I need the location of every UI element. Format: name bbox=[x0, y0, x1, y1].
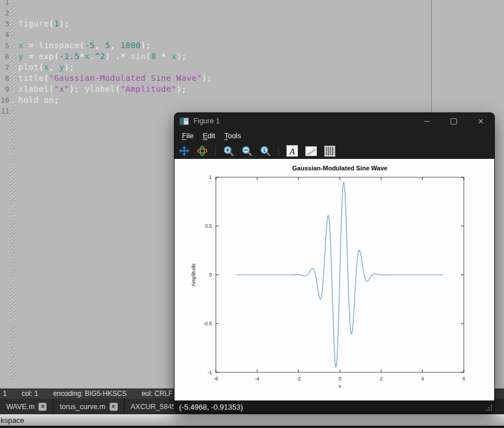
svg-text:-0.5: -0.5 bbox=[203, 321, 212, 326]
line-number: 10 bbox=[0, 95, 9, 106]
svg-text:0.5: 0.5 bbox=[205, 223, 212, 229]
figure-window-title: Figure 1 bbox=[193, 117, 220, 125]
line-number: 9 bbox=[0, 84, 9, 95]
svg-text:-4: -4 bbox=[255, 376, 259, 382]
tab-label: WAVE.m bbox=[6, 403, 34, 411]
status-line: 1 bbox=[3, 390, 7, 398]
status-col: col: 1 bbox=[22, 390, 38, 398]
line-number: 4 bbox=[0, 29, 9, 41]
editor-tab[interactable]: torus_curve.m× bbox=[53, 399, 124, 414]
svg-text:Gaussian-Modulated Sine Wave: Gaussian-Modulated Sine Wave bbox=[292, 165, 387, 172]
rotate-icon[interactable] bbox=[197, 146, 208, 156]
menu-tools[interactable]: Tools bbox=[223, 131, 243, 141]
figure-window-icon bbox=[180, 118, 189, 125]
grid-icon[interactable] bbox=[324, 146, 335, 157]
line-number: 1 bbox=[0, 0, 9, 8]
line-number: 8 bbox=[0, 73, 9, 84]
line-number: 2 bbox=[0, 7, 9, 19]
toolbar-separator bbox=[215, 146, 216, 156]
svg-text:-6: -6 bbox=[214, 376, 218, 382]
code-line: 8title("Gaussian-Modulated Sine Wave"); bbox=[0, 73, 436, 84]
workspace-strip[interactable]: kspace bbox=[0, 414, 504, 428]
axes-icon[interactable] bbox=[305, 146, 317, 156]
close-icon: ✕ bbox=[478, 117, 484, 126]
figure-titlebar[interactable]: Figure 1 ✕ bbox=[175, 113, 494, 129]
editor-tab[interactable]: WAVE.m× bbox=[0, 399, 53, 414]
status-eol: eol: CRLF bbox=[141, 390, 172, 398]
line-number: 3 bbox=[0, 18, 9, 30]
resize-grip[interactable] bbox=[485, 404, 493, 412]
gaussian-sine-plot[interactable]: -6-4-20246-1-0.500.51Gaussian-Modulated … bbox=[175, 159, 495, 400]
workspace-label: kspace bbox=[1, 416, 24, 425]
zoom-out-icon[interactable] bbox=[242, 146, 253, 157]
tab-label: torus_curve.m bbox=[60, 403, 105, 411]
svg-text:A: A bbox=[289, 147, 295, 156]
code-line: 5x = linspace(-5, 5, 1000); bbox=[0, 40, 436, 51]
code-line: 4 bbox=[0, 29, 436, 40]
line-number: 11 bbox=[0, 106, 9, 117]
tab-close-icon[interactable]: × bbox=[110, 403, 118, 411]
status-encoding: encoding: BIG5-HKSCS bbox=[53, 390, 126, 398]
tab-close-icon[interactable]: × bbox=[38, 403, 46, 411]
line-number: 7 bbox=[0, 62, 9, 73]
zoom-in-icon[interactable] bbox=[223, 146, 234, 157]
menu-edit[interactable]: Edit bbox=[201, 131, 217, 141]
svg-text:4: 4 bbox=[421, 376, 424, 382]
code-lines: 123figure(1);45x = linspace(-5, 5, 1000)… bbox=[0, 0, 436, 116]
svg-text:6: 6 bbox=[463, 376, 466, 382]
minimize-icon bbox=[424, 121, 430, 122]
figure-toolbar: 1 A bbox=[175, 143, 494, 159]
line-number: 5 bbox=[0, 40, 9, 52]
svg-text:1: 1 bbox=[209, 174, 212, 180]
minimize-button[interactable] bbox=[413, 113, 440, 129]
pan-icon[interactable] bbox=[179, 146, 189, 156]
svg-text:x: x bbox=[339, 383, 342, 389]
code-line: 7plot(x, y); bbox=[0, 62, 436, 73]
svg-text:0: 0 bbox=[209, 272, 212, 278]
plot-canvas[interactable]: -6-4-20246-1-0.500.51Gaussian-Modulated … bbox=[175, 159, 494, 400]
close-button[interactable]: ✕ bbox=[467, 113, 494, 129]
maximize-button[interactable] bbox=[440, 113, 467, 129]
code-line: 2 bbox=[0, 7, 436, 18]
menu-file[interactable]: File bbox=[180, 131, 195, 141]
svg-text:1: 1 bbox=[263, 147, 266, 153]
insert-text-icon[interactable]: A bbox=[286, 145, 298, 157]
figure-window: Figure 1 ✕ FileEditTools bbox=[174, 112, 495, 413]
zoom-original-icon[interactable]: 1 bbox=[260, 146, 271, 157]
code-line: 10hold on; bbox=[0, 95, 436, 106]
figure-menubar: FileEditTools bbox=[175, 129, 494, 143]
svg-text:2: 2 bbox=[380, 376, 383, 382]
code-line: 1 bbox=[0, 0, 436, 7]
svg-text:0: 0 bbox=[339, 376, 342, 382]
screen: 123figure(1);45x = linspace(-5, 5, 1000)… bbox=[0, 0, 504, 428]
svg-text:-2: -2 bbox=[296, 376, 301, 382]
code-line: 6y = exp(-1.5*x.^2) .* sin(8 * x); bbox=[0, 51, 436, 62]
svg-text:-1: -1 bbox=[207, 369, 212, 375]
code-line: 9xlabel("x"); ylabel("Amplitude"); bbox=[0, 84, 436, 95]
svg-text:Amplitude: Amplitude bbox=[191, 263, 196, 286]
figure-status-bar: (-5.4968, -0.91353) bbox=[175, 400, 494, 413]
line-number: 6 bbox=[0, 51, 9, 63]
maximize-icon bbox=[451, 118, 457, 124]
toolbar-separator bbox=[278, 146, 279, 156]
code-line: 3figure(1); bbox=[0, 18, 436, 29]
cursor-coordinates: (-5.4968, -0.91353) bbox=[179, 403, 243, 411]
